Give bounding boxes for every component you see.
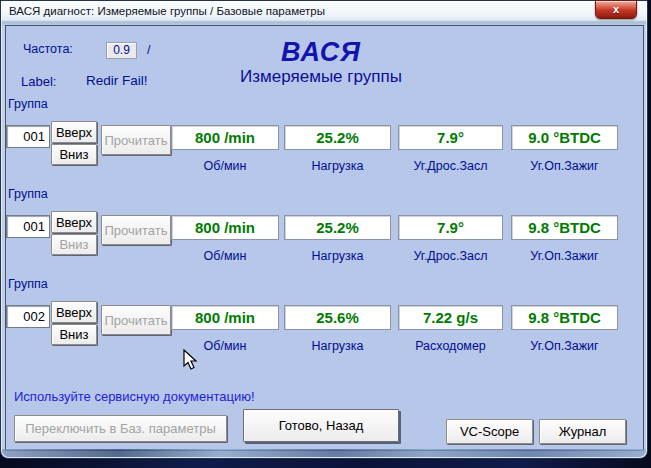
group-up-button[interactable]: Вверх [51, 121, 97, 143]
value-field: 9.0 °BTDC [511, 125, 618, 150]
unit-label: Уг.Дрос.Засл [398, 159, 503, 173]
label-caption: Label: [21, 74, 56, 89]
switch-basic-settings-button[interactable]: Переключить в Баз. параметры [14, 415, 227, 442]
group-down-button[interactable]: Вниз [51, 144, 97, 165]
value-field: 800 /min [171, 125, 279, 150]
frequency-suffix: / [147, 43, 150, 57]
close-icon: x [613, 3, 619, 15]
unit-label: Об/мин [171, 159, 279, 173]
frequency-label: Частота: [23, 42, 73, 56]
window-frame-glass [2, 449, 646, 457]
value-field: 25.6% [284, 305, 391, 330]
vc-scope-button[interactable]: VC-Scope [446, 419, 533, 444]
value-field: 7.9° [398, 215, 503, 240]
unit-label: Уг.Оп.Зажиг [511, 249, 618, 263]
app-window: ВАСЯ диагност: Измеряемые группы / Базов… [0, 0, 648, 459]
page-subtitle: Измеряемые группы [146, 67, 496, 87]
service-doc-hint: Используйте сервисную документацию! [14, 389, 255, 404]
group-number-input[interactable] [6, 215, 50, 238]
group-down-button[interactable]: Вниз [51, 234, 97, 255]
unit-label: Уг.Оп.Зажиг [511, 339, 618, 353]
done-back-button[interactable]: Готово, Назад [243, 409, 399, 442]
group-read-button[interactable]: Прочитать [101, 215, 171, 245]
measuring-group-block-3: Группа Вверх Вниз Прочитать 800 /min 25.… [6, 277, 645, 367]
value-field: 7.9° [398, 125, 503, 150]
group-up-button[interactable]: Вверх [51, 301, 97, 323]
client-area: Частота: 0.9 / Label: Redir Fail! ВАСЯ И… [5, 25, 644, 451]
group-down-button[interactable]: Вниз [51, 324, 97, 345]
measuring-group-block-2: Группа Вверх Вниз Прочитать 800 /min 25.… [6, 187, 645, 277]
value-field: 9.8 °BTDC [511, 305, 618, 330]
group-read-button[interactable]: Прочитать [101, 305, 171, 335]
group-up-button[interactable]: Вверх [51, 211, 97, 233]
unit-label: Об/мин [171, 249, 279, 263]
value-field: 25.2% [284, 125, 391, 150]
mouse-cursor-icon [183, 349, 199, 373]
unit-label: Нагрузка [284, 249, 391, 263]
unit-label: Уг.Дрос.Засл [398, 249, 503, 263]
log-button[interactable]: Журнал [539, 419, 626, 444]
window-title: ВАСЯ диагност: Измеряемые группы / Базов… [9, 5, 325, 17]
unit-label: Расходомер [398, 339, 503, 353]
group-label: Группа [8, 277, 48, 291]
unit-label: Нагрузка [284, 339, 391, 353]
value-field: 800 /min [171, 215, 279, 240]
frequency-value-box: 0.9 [106, 42, 137, 59]
measuring-group-block-1: Группа Вверх Вниз Прочитать 800 /min 25.… [6, 97, 645, 187]
value-field: 9.8 °BTDC [511, 215, 618, 240]
unit-label: Нагрузка [284, 159, 391, 173]
group-label: Группа [8, 187, 48, 201]
group-read-button[interactable]: Прочитать [101, 125, 171, 155]
group-number-input[interactable] [6, 125, 50, 148]
title-bar: ВАСЯ диагност: Измеряемые группы / Базов… [1, 1, 647, 22]
value-field: 800 /min [171, 305, 279, 330]
label-value: Redir Fail! [86, 73, 148, 88]
value-field: 25.2% [284, 215, 391, 240]
app-logo-title: ВАСЯ [176, 37, 466, 68]
close-button[interactable]: x [595, 0, 637, 19]
value-field: 7.22 g/s [398, 305, 503, 330]
group-label: Группа [8, 97, 48, 111]
unit-label: Уг.Оп.Зажиг [511, 159, 618, 173]
group-number-input[interactable] [6, 305, 50, 328]
